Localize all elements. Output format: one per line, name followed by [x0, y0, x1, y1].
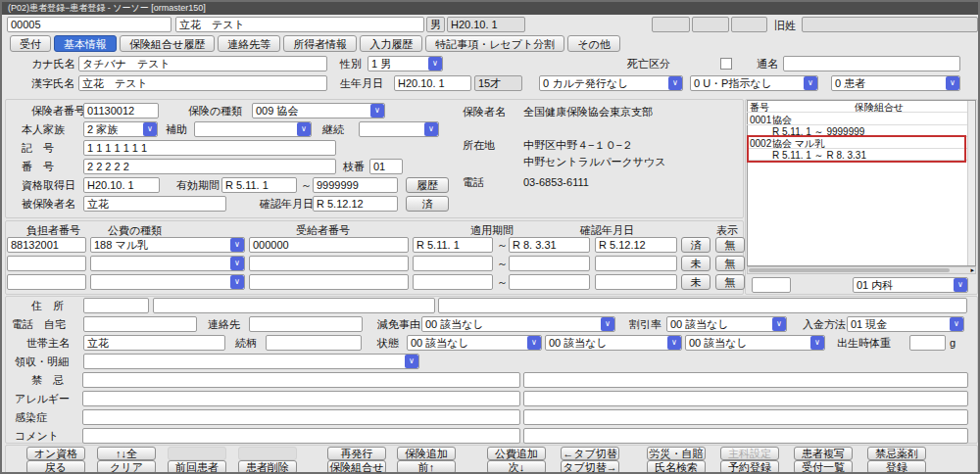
combo-item-period[interactable]: R 5.11. 1 ～ 9999999	[747, 126, 967, 137]
chevron-down-icon[interactable]: ∨	[946, 76, 959, 90]
back-button[interactable]: 戻る	[26, 460, 85, 474]
chevron-down-icon[interactable]: ∨	[424, 122, 438, 136]
status-select-1[interactable]: 00 該当なし∨	[407, 335, 542, 351]
tab-insurance-history[interactable]: 保険組合せ履歴	[120, 35, 215, 52]
kohi-display-button[interactable]: 無	[715, 237, 745, 253]
contraindication-field-2[interactable]	[523, 372, 968, 388]
valid-to-field[interactable]: 9999999	[313, 177, 398, 193]
tab-others[interactable]: その他	[567, 35, 620, 52]
dept-code-field[interactable]	[752, 277, 791, 293]
patient-name-field[interactable]: 立花 テスト	[175, 17, 424, 32]
kohi-status-button[interactable]: 未	[681, 274, 710, 290]
discount-select[interactable]: 00 該当なし∨	[666, 316, 787, 332]
kohi-add-button[interactable]: 公費追加	[487, 447, 546, 460]
kohi-display-button[interactable]: 無	[715, 256, 745, 271]
kohi-from-field[interactable]	[413, 274, 493, 290]
maiden-name-field[interactable]	[802, 17, 978, 32]
tab-switch-right-button[interactable]: タブ切替→	[561, 460, 619, 474]
chevron-down-icon[interactable]: ∨	[370, 104, 384, 118]
symbol-field[interactable]: 1 1 1 1 1 1 1	[83, 140, 336, 156]
chevron-down-icon[interactable]: ∨	[143, 122, 157, 136]
kohi-status-button[interactable]: 済	[681, 237, 710, 253]
kohi-confirm-field[interactable]	[595, 274, 677, 290]
chevron-down-icon[interactable]: ∨	[601, 317, 614, 331]
tab-notes-receipt-split[interactable]: 特記事項・レセプト分割	[425, 35, 564, 52]
insurer-number-field[interactable]: 01130012	[83, 103, 159, 118]
allergy-field-1[interactable]	[82, 391, 520, 406]
confirmed-button[interactable]: 済	[406, 196, 449, 212]
prev-button[interactable]: 前↑	[397, 460, 456, 474]
tab-switch-left-button[interactable]: ←タブ切替	[561, 447, 619, 460]
chevron-down-icon[interactable]: ∨	[667, 336, 681, 350]
patient-delete-button[interactable]: 患者削除	[238, 460, 297, 474]
branch-number-field[interactable]: 01	[369, 159, 403, 174]
kohi-to-field[interactable]: R 8. 3.31	[509, 237, 590, 253]
receipt-detail-select[interactable]: ∨	[83, 354, 419, 369]
kohi-type-select[interactable]: ∨	[90, 256, 245, 271]
relationship-field[interactable]	[266, 335, 362, 351]
combo-hscrollbar[interactable]: ▸	[747, 266, 976, 274]
combo-item[interactable]: 0001 協会	[747, 115, 967, 125]
exemption-select[interactable]: 00 該当なし∨	[421, 316, 615, 332]
birth-weight-field[interactable]	[909, 335, 946, 351]
chevron-down-icon[interactable]: ∨	[668, 76, 682, 90]
relation-select[interactable]: 2 家族∨	[83, 121, 158, 137]
reception-list-button[interactable]: 受付一覧	[794, 460, 853, 474]
updown-all-button[interactable]: ↑↓全	[97, 447, 156, 460]
next-button[interactable]: 次↓	[487, 460, 546, 474]
chevron-down-icon[interactable]: ∨	[230, 257, 244, 270]
kohi-recipient-field[interactable]	[249, 274, 409, 290]
chevron-down-icon[interactable]: ∨	[428, 57, 442, 71]
combo-item-period[interactable]: R 5.11. 1 ～ R 8. 3.31	[747, 150, 967, 161]
kohi-display-button[interactable]: 無	[715, 274, 745, 290]
contraindicated-drug-button[interactable]: 禁忌薬剤	[867, 447, 926, 460]
householder-field[interactable]: 立花	[83, 335, 225, 351]
kohi-payer-field[interactable]	[7, 274, 86, 290]
kohi-payer-field[interactable]: 88132001	[7, 237, 86, 253]
combo-vscrollbar[interactable]	[967, 101, 975, 265]
chevron-down-icon[interactable]: ∨	[297, 122, 311, 136]
hscrollbar-thumb[interactable]	[749, 268, 950, 272]
birthdate-field[interactable]: H20.10. 1	[394, 75, 471, 91]
kohi-confirm-field[interactable]	[595, 256, 677, 271]
kanji-name-field[interactable]: 立花 テスト	[78, 75, 327, 91]
chevron-down-icon[interactable]: ∨	[810, 336, 824, 350]
tab-basic-info[interactable]: 基本情報	[54, 35, 117, 52]
postal-code-field[interactable]	[83, 298, 149, 313]
patient-copy-button[interactable]: 患者複写	[794, 447, 853, 460]
kohi-from-field[interactable]	[413, 256, 493, 271]
up-indication-select[interactable]: 0 U・P指示なし∨	[690, 75, 818, 91]
combo-item[interactable]: 0002 協会 マル乳	[747, 138, 967, 149]
chevron-down-icon[interactable]: ∨	[804, 76, 817, 90]
allergy-field-2[interactable]	[523, 391, 968, 406]
payment-method-select[interactable]: 01 現金∨	[847, 316, 964, 332]
previous-patient-button[interactable]: 前回患者	[168, 460, 226, 474]
kohi-status-button[interactable]: 未	[681, 256, 710, 271]
patient-id-field[interactable]: 00005	[7, 17, 172, 32]
status-select-3[interactable]: 00 該当なし∨	[685, 335, 825, 351]
kohi-from-field[interactable]: R 5.11. 1	[413, 237, 493, 253]
insurance-combo-button[interactable]: 保険組合せ	[327, 460, 386, 474]
death-checkbox[interactable]	[720, 58, 732, 70]
register-button[interactable]: 登録	[867, 460, 926, 474]
comment-field-2[interactable]	[523, 428, 968, 444]
history-button[interactable]: 履歴	[406, 177, 449, 193]
number-field[interactable]: 2 2 2 2 2	[83, 159, 336, 174]
online-eligibility-button[interactable]: オン資格	[26, 447, 85, 460]
insurance-add-button[interactable]: 保険追加	[397, 447, 456, 460]
tab-reception[interactable]: 受付	[10, 35, 51, 52]
kohi-type-select[interactable]: 188 マル乳∨	[90, 237, 245, 253]
kohi-payer-field[interactable]	[7, 256, 86, 271]
tab-input-history[interactable]: 入力履歴	[360, 35, 422, 52]
alias-field[interactable]	[783, 56, 960, 71]
contact-phone-field[interactable]	[249, 316, 363, 332]
chevron-down-icon[interactable]: ∨	[950, 317, 963, 331]
kohi-confirm-field[interactable]: R 5.12.12	[595, 237, 677, 253]
comment-field-1[interactable]	[82, 428, 520, 444]
status-select-2[interactable]: 00 該当なし∨	[545, 335, 682, 351]
infection-field-1[interactable]	[82, 409, 520, 425]
confirm-date-field[interactable]: R 5.12.12	[313, 196, 398, 212]
dept-select[interactable]: 01 内科∨	[853, 277, 968, 293]
karte-issue-select[interactable]: 0 カルテ発行なし∨	[539, 75, 683, 91]
acquisition-date-field[interactable]: H20.10. 1	[83, 177, 160, 193]
